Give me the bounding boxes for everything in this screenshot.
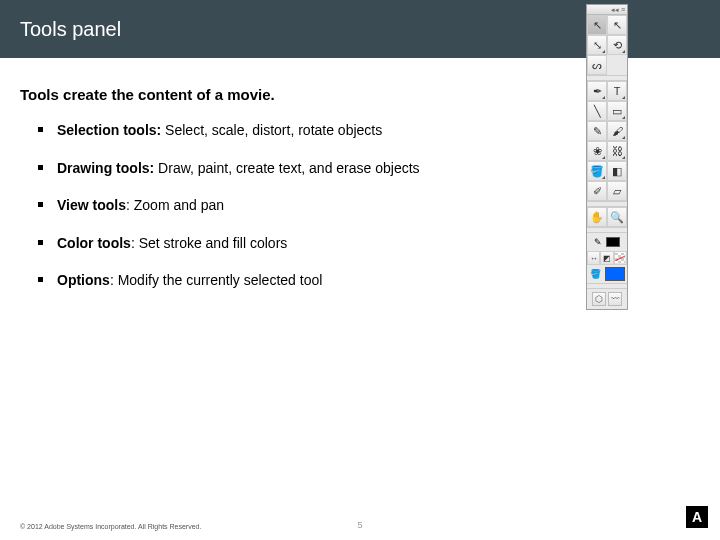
bullet-label: Drawing tools:: [57, 160, 154, 176]
lasso-tool[interactable]: ᔕ: [587, 55, 607, 75]
pen-tool[interactable]: ✒: [587, 81, 607, 101]
no-color-icon[interactable]: [614, 251, 627, 265]
submenu-corner-icon: [622, 50, 625, 53]
bullet-label: Options: [57, 272, 110, 288]
rectangle-tool[interactable]: ▭: [607, 101, 627, 121]
copyright-text: © 2012 Adobe Systems Incorporated. All R…: [20, 523, 201, 530]
deco-tool[interactable]: ❀: [587, 141, 607, 161]
fill-swatch[interactable]: [605, 267, 625, 281]
stroke-swatch[interactable]: [606, 237, 620, 247]
adobe-logo: A: [686, 506, 708, 528]
bone-tool[interactable]: ⛓: [607, 141, 627, 161]
eyedropper-tool[interactable]: ✐: [587, 181, 607, 201]
bullet-desc: : Zoom and pan: [126, 197, 224, 213]
default-colors-icon[interactable]: ◩: [600, 251, 613, 265]
subselection-tool[interactable]: ↖: [607, 15, 627, 35]
tool-grid: ↖↖⤡⟲ᔕ✒T╲▭✎🖌❀⛓🪣◧✐▱✋🔍✎↔◩🪣⬡〰: [587, 15, 627, 309]
smooth-option[interactable]: 〰: [608, 292, 622, 306]
submenu-corner-icon: [622, 116, 625, 119]
submenu-corner-icon: [602, 156, 605, 159]
submenu-corner-icon: [602, 50, 605, 53]
adobe-logo-letter: A: [692, 509, 702, 525]
bullet-desc: : Set stroke and fill colors: [131, 235, 287, 251]
bullet-desc: Select, scale, distort, rotate objects: [161, 122, 382, 138]
submenu-corner-icon: [602, 176, 605, 179]
line-tool[interactable]: ╲: [587, 101, 607, 121]
submenu-corner-icon: [622, 136, 625, 139]
snap-option[interactable]: ⬡: [592, 292, 606, 306]
ink-bottle-tool[interactable]: ◧: [607, 161, 627, 181]
slide: Tools panel Tools create the content of …: [0, 0, 720, 540]
bullet-icon: [38, 202, 43, 207]
submenu-corner-icon: [622, 96, 625, 99]
pencil-tool[interactable]: ✎: [587, 121, 607, 141]
options-row: ⬡〰: [587, 289, 627, 309]
pencil-mini-icon: ✎: [594, 237, 602, 247]
page-number: 5: [357, 520, 362, 530]
hand-tool[interactable]: ✋: [587, 207, 607, 227]
3d-rotation-tool[interactable]: ⟲: [607, 35, 627, 55]
slide-title: Tools panel: [20, 18, 121, 41]
submenu-corner-icon: [602, 96, 605, 99]
selection-tool[interactable]: ↖: [587, 15, 607, 35]
paint-bucket-tool[interactable]: 🪣: [587, 161, 607, 181]
zoom-tool[interactable]: 🔍: [607, 207, 627, 227]
submenu-corner-icon: [622, 156, 625, 159]
bullet-label: Selection tools:: [57, 122, 161, 138]
bullet-desc: Draw, paint, create text, and erase obje…: [154, 160, 419, 176]
bullet-label: View tools: [57, 197, 126, 213]
bullet-desc: : Modify the currently selected tool: [110, 272, 322, 288]
eraser-tool[interactable]: ▱: [607, 181, 627, 201]
stroke-color-row: ✎: [587, 233, 627, 251]
panel-grip[interactable]: ◂◂ ≡: [587, 5, 627, 15]
fill-color-row: 🪣: [587, 265, 627, 283]
bucket-mini-icon: 🪣: [590, 269, 601, 279]
bullet-label: Color tools: [57, 235, 131, 251]
brush-tool[interactable]: 🖌: [607, 121, 627, 141]
bullet-icon: [38, 277, 43, 282]
collapse-icon[interactable]: ◂◂: [611, 6, 619, 14]
swap-colors-icon[interactable]: ↔: [587, 251, 600, 265]
color-mini-row: ↔◩: [587, 251, 627, 265]
free-transform-tool[interactable]: ⤡: [587, 35, 607, 55]
bullet-icon: [38, 240, 43, 245]
tools-panel: ◂◂ ≡ ↖↖⤡⟲ᔕ✒T╲▭✎🖌❀⛓🪣◧✐▱✋🔍✎↔◩🪣⬡〰: [586, 4, 628, 310]
slide-footer: © 2012 Adobe Systems Incorporated. All R…: [0, 514, 720, 532]
text-tool[interactable]: T: [607, 81, 627, 101]
panel-menu-icon[interactable]: ≡: [621, 6, 625, 13]
bullet-icon: [38, 165, 43, 170]
bullet-icon: [38, 127, 43, 132]
